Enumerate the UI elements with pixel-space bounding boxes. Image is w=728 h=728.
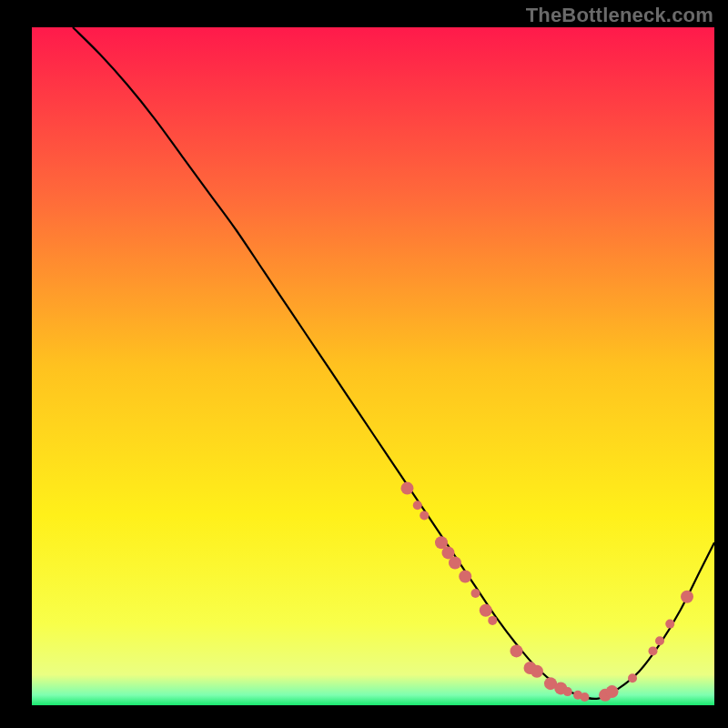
curve-marker <box>401 482 414 495</box>
curve-marker <box>606 685 619 698</box>
curve-marker <box>413 500 422 510</box>
curve-marker <box>681 591 693 603</box>
curve-marker <box>581 693 590 702</box>
bottleneck-chart <box>0 0 728 728</box>
curve-marker <box>511 644 523 657</box>
curve-marker <box>488 616 497 625</box>
plot-background <box>32 27 714 705</box>
curve-marker <box>665 620 674 629</box>
curve-marker <box>655 636 664 645</box>
curve-marker <box>563 687 572 696</box>
curve-marker <box>480 604 492 617</box>
curve-marker <box>420 511 429 520</box>
curve-marker <box>649 646 658 655</box>
curve-marker <box>459 570 471 582</box>
curve-marker <box>471 589 480 598</box>
curve-marker <box>531 665 543 678</box>
curve-marker <box>628 673 637 682</box>
curve-marker <box>449 557 461 570</box>
chart-container: TheBottleneck.com <box>0 0 728 728</box>
watermark-text: TheBottleneck.com <box>526 4 713 27</box>
